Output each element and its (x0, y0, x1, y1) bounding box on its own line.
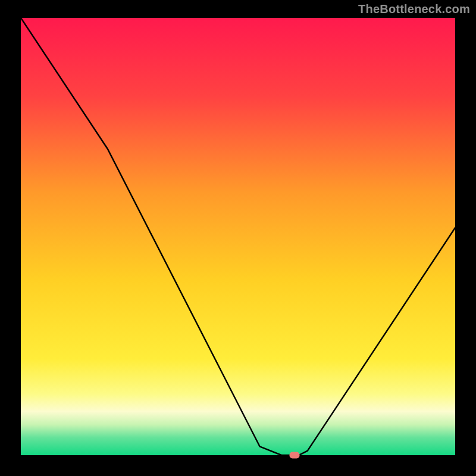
bottleneck-chart (21, 18, 455, 455)
chart-background (21, 18, 455, 455)
optimal-marker (289, 452, 299, 459)
watermark-text: TheBottleneck.com (358, 2, 470, 16)
chart-svg (21, 18, 455, 455)
